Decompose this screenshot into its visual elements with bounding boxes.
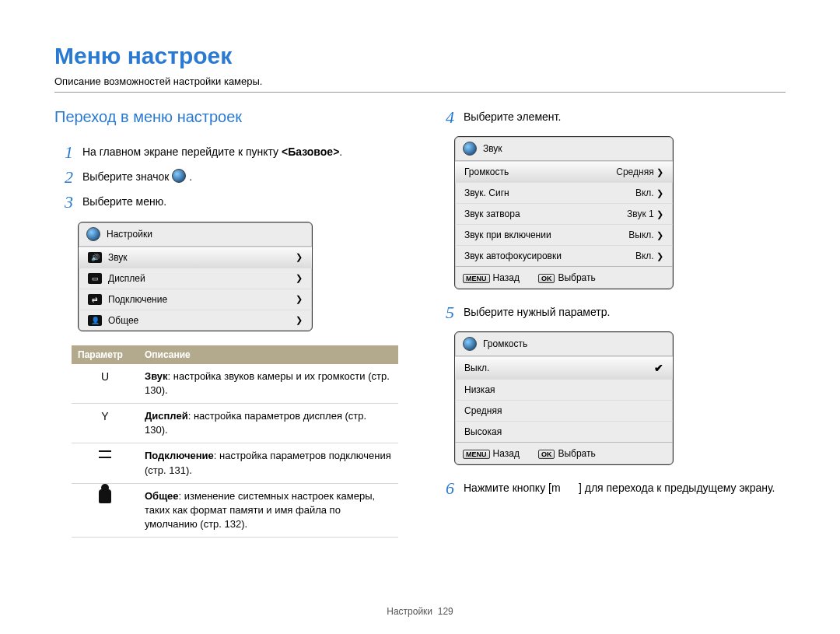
step-text: Нажмите кнопку [m ] для перехода к преды…	[464, 479, 786, 498]
gear-icon	[86, 227, 100, 241]
step-number: 6	[436, 479, 454, 498]
list-item-label: Средняя	[464, 405, 502, 416]
list-item[interactable]: 👤 Общее ❯	[79, 310, 312, 331]
table-row: U Звук: настройка звуков камеры и их гро…	[72, 364, 398, 404]
gear-icon	[463, 142, 477, 156]
step-number: 4	[436, 108, 454, 127]
list-item[interactable]: ▭ Дисплей ❯	[79, 268, 312, 289]
gear-icon	[463, 337, 477, 351]
gear-icon	[172, 169, 186, 183]
page-footer: Настройки 129	[0, 606, 840, 617]
list-item-label: Звук автофокусировки	[464, 250, 562, 261]
list-item[interactable]: ⇄ Подключение ❯	[79, 289, 312, 310]
ok-badge: OK	[538, 274, 555, 283]
page-subtitle: Описание возможностей настройки камеры.	[54, 75, 786, 87]
camera-title: Настройки	[107, 229, 152, 240]
check-icon: ✔	[654, 362, 663, 374]
list-item-label: Звук	[108, 252, 128, 263]
chevron-right-icon: ❯	[296, 315, 303, 325]
chevron-right-icon: ❯	[296, 294, 303, 304]
camera-screen-sound: Звук Громкость Средняя ❯ Звук. Сигн Вкл.…	[454, 136, 674, 289]
camera-screen-settings: Настройки 🔊 Звук ❯ ▭ Дисплей ❯ ⇄ Подключ…	[78, 222, 313, 331]
step-text: Выберите элемент.	[464, 108, 786, 127]
step-text: На главном экране перейдите к пункту <Ба…	[82, 143, 404, 162]
table-row: Подключение: настройка параметров подклю…	[72, 443, 398, 483]
list-item[interactable]: Громкость Средняя ❯	[455, 161, 673, 182]
camera-title: Громкость	[483, 338, 527, 349]
chevron-right-icon: ❯	[296, 252, 303, 262]
list-item[interactable]: Выкл. ✔	[455, 356, 673, 379]
back-label[interactable]: Назад	[493, 448, 520, 459]
list-item-label: Общее	[108, 315, 138, 326]
step-number: 2	[54, 168, 73, 187]
divider	[54, 92, 786, 93]
chevron-right-icon: ❯	[656, 209, 663, 219]
sound-icon: 🔊	[88, 252, 102, 263]
list-item[interactable]: 🔊 Звук ❯	[79, 247, 312, 268]
step-text: Выберите значок .	[82, 168, 404, 187]
camera-screen-volume: Громкость Выкл. ✔ Низкая Средняя Высокая…	[454, 331, 674, 465]
person-icon	[72, 483, 138, 538]
page-title: Меню настроек	[54, 43, 786, 69]
param-symbol: U	[72, 364, 138, 404]
list-item-label: Звук. Сигн	[464, 187, 509, 198]
menu-badge: MENU	[463, 450, 490, 459]
camera-title: Звук	[483, 143, 502, 154]
step-text: Выберите меню.	[82, 193, 404, 212]
menu-badge: MENU	[463, 274, 490, 283]
list-item-label: Подключение	[108, 294, 167, 305]
list-item-label: Выкл.	[464, 363, 489, 373]
list-item[interactable]: Звук при включении Выкл. ❯	[455, 224, 673, 245]
list-item-label: Звук при включении	[464, 229, 551, 240]
table-header-desc: Описание	[138, 345, 398, 364]
back-label[interactable]: Назад	[493, 272, 520, 283]
list-item[interactable]: Низкая	[455, 379, 673, 400]
step-text: Выберите нужный параметр.	[464, 303, 786, 322]
step-number: 5	[436, 303, 454, 322]
param-symbol: Y	[72, 403, 138, 443]
chevron-right-icon: ❯	[656, 251, 663, 261]
step-number: 3	[54, 193, 73, 212]
list-item[interactable]: Высокая	[455, 421, 673, 442]
chevron-right-icon: ❯	[296, 273, 303, 283]
chevron-right-icon: ❯	[656, 230, 663, 240]
table-header-param: Параметр	[72, 345, 138, 364]
section-heading: Переход в меню настроек	[54, 108, 404, 126]
list-item[interactable]: Звук. Сигн Вкл. ❯	[455, 182, 673, 203]
display-icon: ▭	[88, 273, 102, 284]
chevron-right-icon: ❯	[656, 167, 663, 177]
list-item-label: Звук затвора	[464, 208, 520, 219]
list-item[interactable]: Звук автофокусировки Вкл. ❯	[455, 245, 673, 266]
parameter-table: Параметр Описание U Звук: настройка звук…	[72, 345, 398, 538]
chevron-right-icon: ❯	[656, 188, 663, 198]
table-row: Общее: изменение системных настроек каме…	[72, 483, 398, 538]
list-item-label: Громкость	[464, 166, 509, 177]
connection-icon	[72, 443, 138, 483]
list-item[interactable]: Средняя	[455, 400, 673, 421]
step-number: 1	[54, 143, 73, 162]
ok-badge: OK	[538, 450, 555, 459]
list-item-label: Низкая	[464, 384, 495, 395]
list-item-label: Дисплей	[108, 273, 145, 284]
select-label[interactable]: Выбрать	[558, 272, 595, 283]
select-label[interactable]: Выбрать	[558, 448, 595, 459]
list-item[interactable]: Звук затвора Звук 1 ❯	[455, 203, 673, 224]
person-icon: 👤	[88, 315, 102, 326]
list-item-label: Высокая	[464, 426, 502, 437]
connection-icon: ⇄	[88, 294, 102, 305]
table-row: Y Дисплей: настройка параметров дисплея …	[72, 403, 398, 443]
